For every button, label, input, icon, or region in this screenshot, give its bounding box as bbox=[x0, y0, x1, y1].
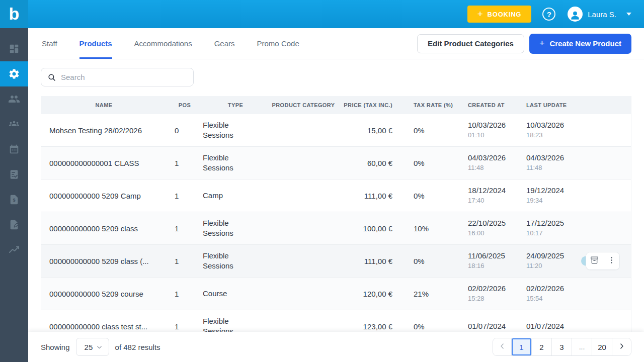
caret-down-icon[interactable] bbox=[626, 13, 631, 16]
row-actions bbox=[586, 252, 620, 270]
table-header: NAMEPOSTYPEPRODUCT CATEGORYPRICE (TAX IN… bbox=[41, 96, 631, 114]
cell-created-at: 01/07/2024 bbox=[458, 310, 516, 332]
cell-actions bbox=[574, 245, 631, 277]
search-input[interactable] bbox=[61, 73, 187, 81]
sidebar-item-staff[interactable] bbox=[0, 86, 28, 112]
pagination-page-3[interactable]: 3 bbox=[552, 338, 572, 355]
cell-last-update: 19/12/202419:34 bbox=[516, 179, 574, 212]
pagination-page-1[interactable]: 1 bbox=[512, 338, 532, 355]
results-summary: Showing 25 of 482 results bbox=[41, 338, 160, 356]
tab-staff[interactable]: Staff bbox=[42, 28, 57, 59]
cell-created-at: 10/03/202601:10 bbox=[458, 114, 516, 146]
pagination-page-2[interactable]: 2 bbox=[532, 338, 552, 355]
pagination: 123...20 bbox=[493, 338, 631, 356]
table-row[interactable]: 000000000000001 CLASS1Flexible Sessions6… bbox=[41, 147, 631, 179]
page-size-select[interactable]: 25 bbox=[76, 338, 109, 356]
calendar-icon bbox=[9, 144, 20, 155]
cell-actions bbox=[574, 179, 631, 212]
cell-name: 000000000000 5209 course bbox=[41, 278, 167, 310]
column-header[interactable]: POS bbox=[167, 96, 203, 114]
cell-pos: 1 bbox=[167, 245, 203, 277]
column-header[interactable]: LAST UPDATE bbox=[516, 96, 574, 114]
sidebar-item-reports[interactable] bbox=[0, 237, 28, 262]
tab-accommodations[interactable]: Accommodations bbox=[134, 28, 192, 59]
search-box[interactable] bbox=[41, 68, 194, 86]
table-row[interactable]: 000000000000 5209 class (...1Flexible Se… bbox=[41, 245, 631, 278]
settings-icon bbox=[8, 68, 20, 80]
plus-icon: + bbox=[539, 39, 545, 48]
column-header[interactable]: CREATED AT bbox=[458, 96, 516, 114]
cell-pos: 0 bbox=[167, 114, 203, 146]
cell-price: 111,00 € bbox=[339, 245, 397, 277]
cell-last-update: 01/07/2024 bbox=[516, 310, 574, 332]
cell-tax-rate: 0% bbox=[397, 147, 458, 179]
pagination-next-button[interactable] bbox=[612, 338, 631, 355]
cell-created-at: 22/10/202516:00 bbox=[458, 212, 516, 244]
sidebar-item-calendar[interactable] bbox=[0, 137, 28, 162]
cell-tax-rate: 0% bbox=[397, 310, 458, 332]
sidebar-item-bookings[interactable] bbox=[0, 162, 28, 187]
cell-last-update: 02/02/202615:54 bbox=[516, 278, 574, 310]
booking-button[interactable]: + BOOKING bbox=[467, 6, 532, 23]
cell-type: Flexible Sessions bbox=[203, 114, 268, 146]
cell-created-at: 02/02/202615:28 bbox=[458, 278, 516, 310]
column-header[interactable]: PRICE (TAX INC.) bbox=[339, 96, 397, 114]
cell-tax-rate: 0% bbox=[397, 114, 458, 146]
tab-products[interactable]: Products bbox=[79, 28, 112, 59]
customers-icon bbox=[8, 118, 20, 130]
column-header-actions bbox=[574, 96, 631, 114]
sidebar-item-invoices[interactable]: $ bbox=[0, 187, 28, 212]
cell-price: 60,00 € bbox=[339, 147, 397, 179]
cell-last-update: 10/03/202618:23 bbox=[516, 114, 574, 146]
tab-gears[interactable]: Gears bbox=[214, 28, 235, 59]
column-header[interactable]: TAX RATE (%) bbox=[397, 96, 458, 114]
products-table: NAMEPOSTYPEPRODUCT CATEGORYPRICE (TAX IN… bbox=[41, 96, 631, 332]
cell-type: Flexible Sessions bbox=[203, 245, 268, 277]
cell-price: 100,00 € bbox=[339, 212, 397, 244]
pagination-page-20[interactable]: 20 bbox=[592, 338, 612, 355]
table-row[interactable]: Mohsen Testing 28/02/20260Flexible Sessi… bbox=[41, 114, 631, 147]
cell-price: 120,00 € bbox=[339, 278, 397, 310]
user-icon bbox=[569, 9, 582, 22]
chevron-down-icon bbox=[96, 344, 103, 350]
cell-tax-rate: 0% bbox=[397, 245, 458, 277]
table-row[interactable]: 000000000000 5209 class1Flexible Session… bbox=[41, 212, 631, 245]
create-new-product-button[interactable]: + Create New Product bbox=[529, 34, 631, 54]
dashboard-icon bbox=[9, 43, 20, 54]
avatar[interactable] bbox=[568, 7, 583, 22]
column-header[interactable]: TYPE bbox=[203, 96, 268, 114]
column-header[interactable]: PRODUCT CATEGORY bbox=[268, 96, 339, 114]
cell-actions bbox=[574, 114, 631, 146]
tab-promo-code[interactable]: Promo Code bbox=[257, 28, 299, 59]
cell-name: Mohsen Testing 28/02/2026 bbox=[41, 114, 167, 146]
sidebar-item-settings[interactable] bbox=[0, 61, 28, 86]
help-icon[interactable]: ? bbox=[542, 8, 555, 21]
more-actions-button[interactable] bbox=[603, 252, 619, 269]
cell-pos: 1 bbox=[167, 212, 203, 244]
edit-product-categories-button[interactable]: Edit Product Categories bbox=[417, 34, 524, 53]
cell-created-at: 04/03/202611:48 bbox=[458, 147, 516, 179]
table-row[interactable]: 000000000000 5209 course1Course120,00 €2… bbox=[41, 278, 631, 310]
sidebar-item-notes[interactable] bbox=[0, 212, 28, 237]
notes-icon bbox=[9, 219, 20, 230]
cell-pos: 1 bbox=[167, 310, 203, 332]
cell-actions bbox=[574, 212, 631, 244]
sidebar-item-customers[interactable] bbox=[0, 112, 28, 137]
pagination-ellipsis: ... bbox=[572, 338, 592, 355]
archive-button[interactable] bbox=[586, 252, 603, 269]
topbar-right: + BOOKING ? Laura S. bbox=[467, 6, 644, 23]
column-header[interactable]: NAME bbox=[41, 96, 167, 114]
pagination-prev-button[interactable] bbox=[493, 338, 512, 355]
cell-category bbox=[268, 212, 339, 244]
table-row[interactable]: 000000000000 class test st...1Flexible S… bbox=[41, 310, 631, 332]
cell-name: 000000000000 5209 Camp bbox=[41, 179, 167, 212]
user-name[interactable]: Laura S. bbox=[588, 10, 616, 19]
cell-name: 000000000000001 CLASS bbox=[41, 147, 167, 179]
app-logo[interactable]: b bbox=[0, 0, 28, 28]
table-row[interactable]: 000000000000 5209 Camp1Camp111,00 €0%18/… bbox=[41, 179, 631, 212]
sidebar-item-dashboard[interactable] bbox=[0, 36, 28, 61]
cell-category bbox=[268, 179, 339, 212]
bookings-icon bbox=[9, 169, 20, 180]
cell-price: 111,00 € bbox=[339, 179, 397, 212]
cell-name: 000000000000 5209 class bbox=[41, 212, 167, 244]
